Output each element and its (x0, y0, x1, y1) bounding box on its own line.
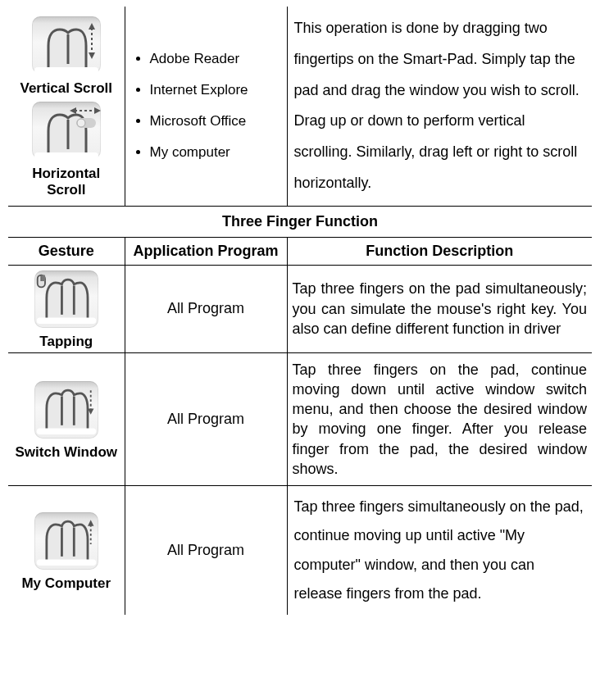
switch-window-app: All Program (125, 352, 287, 486)
svg-marker-7 (89, 52, 95, 59)
tapping-label: Tapping (11, 334, 121, 350)
header-desc: Function Description (287, 237, 592, 265)
table-row: My Computer All Program Tap three finger… (8, 486, 592, 615)
my-computer-app: All Program (125, 486, 287, 615)
scroll-apps-list: Adobe Reader Internet Explore Microsoft … (132, 51, 280, 161)
switch-window-label: Switch Window (11, 444, 121, 461)
header-app: Application Program (125, 237, 287, 265)
header-gesture: Gesture (8, 237, 125, 265)
switch-window-desc: Tap three fingers on the pad, continue m… (287, 352, 592, 486)
vertical-scroll-icon (32, 16, 101, 74)
my-computer-label: My Computer (11, 575, 121, 592)
tapping-app: All Program (125, 265, 287, 352)
svg-marker-10 (94, 107, 101, 114)
svg-point-12 (77, 119, 85, 127)
scroll-apps-cell: Adobe Reader Internet Explore Microsoft … (125, 7, 287, 206)
svg-marker-9 (70, 107, 76, 114)
tapping-icon (34, 270, 98, 328)
list-item: Adobe Reader (150, 51, 280, 67)
my-computer-desc: Tap three fingers simultaneously on the … (287, 486, 592, 615)
svg-rect-15 (41, 275, 45, 280)
my-computer-icon (34, 512, 98, 570)
vertical-scroll-label: Vertical Scroll (11, 80, 121, 97)
horizontal-scroll-icon (32, 102, 101, 159)
tapping-desc: Tap three fingers on the pad simultaneou… (287, 265, 592, 352)
horizontal-scroll-label: Horizontal Scroll (11, 166, 121, 199)
table-row: Tapping All Program Tap three fingers on… (8, 265, 592, 352)
table-row: Switch Window All Program Tap three fing… (8, 352, 592, 486)
list-item: Microsoft Office (150, 113, 280, 130)
scroll-gestures-table: Vertical Scroll Horizontal Scroll Adobe … (8, 7, 592, 207)
three-finger-title: Three Finger Function (8, 207, 592, 237)
list-item: My computer (150, 144, 280, 161)
list-item: Internet Explore (150, 82, 280, 98)
switch-window-icon (34, 381, 98, 439)
scroll-description: This operation is done by dragging two f… (287, 7, 592, 206)
svg-marker-19 (88, 520, 93, 525)
svg-marker-6 (89, 23, 95, 30)
three-finger-table: Gesture Application Program Function Des… (8, 237, 592, 615)
